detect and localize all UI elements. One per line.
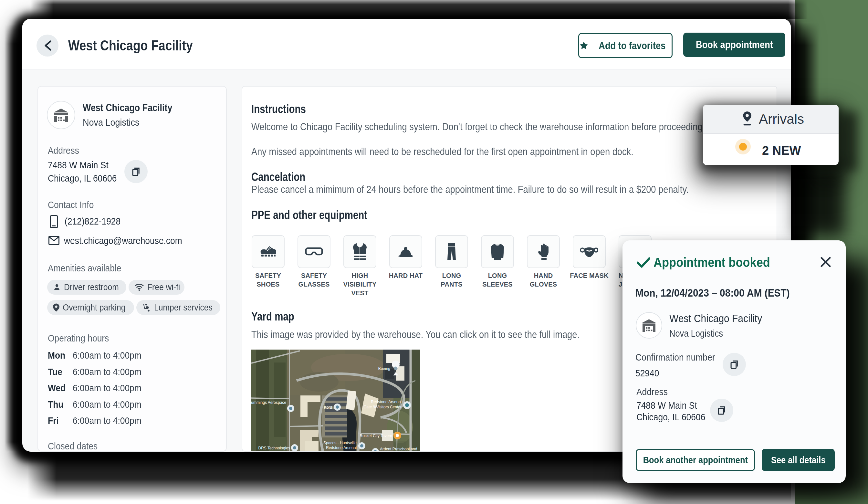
svg-text:Rocket City Tavern: Rocket City Tavern xyxy=(360,434,392,438)
svg-text:Kord: Kord xyxy=(324,405,332,410)
svg-text:Gate 9/Visitors Center: Gate 9/Visitors Center xyxy=(363,405,402,409)
svg-text:DRS Technologies: DRS Technologies xyxy=(258,446,290,450)
svg-text:Spaces - Huntsville: Spaces - Huntsville xyxy=(323,441,356,445)
svg-text:Redstone Arsenal: Redstone Arsenal xyxy=(371,400,402,404)
svg-text:Cummings Aerospace: Cummings Aerospace xyxy=(251,400,286,405)
svg-text:Redstone Arsenal: Redstone Arsenal xyxy=(326,445,356,450)
svg-text:Boeing: Boeing xyxy=(378,366,390,371)
svg-text:Ardent Preschool and: Ardent Preschool and xyxy=(380,447,417,451)
